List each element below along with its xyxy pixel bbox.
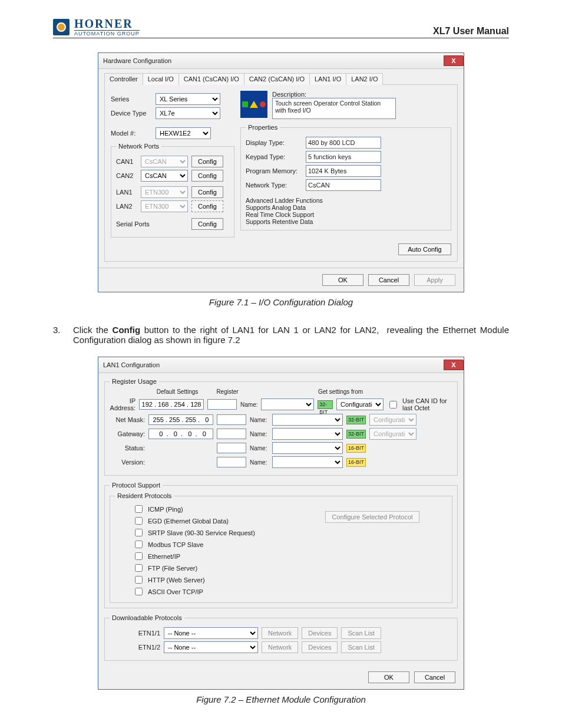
protocol-egd[interactable]: EGD (Ethernet Global Data) <box>133 515 297 526</box>
name-label: Name: <box>250 459 269 466</box>
tab-can2-io[interactable]: CAN2 (CsCAN) I/O <box>244 73 310 85</box>
gateway-source-select: Configuration <box>369 428 416 440</box>
protocol-ascii[interactable]: ASCII Over TCP/IP <box>133 586 297 597</box>
auto-config-button[interactable]: Auto Config <box>398 243 451 255</box>
tab-lan2-io[interactable]: LAN2 I/O <box>346 73 383 85</box>
tag-16bit: 16-BIT <box>346 458 366 467</box>
ip-register-field[interactable] <box>207 399 237 410</box>
netmask-field[interactable] <box>148 414 213 425</box>
network-type-label: Network Type: <box>246 182 302 189</box>
description-value: Touch screen Operator Control Station wi… <box>272 98 396 119</box>
description-label: Description: <box>272 91 396 98</box>
hardware-config-dialog: Hardware Configuration X Controller Loca… <box>98 52 464 292</box>
device-type-label: Device Type <box>111 110 152 117</box>
properties-legend: Properties <box>246 124 280 131</box>
version-label: Version: <box>110 459 145 466</box>
brand-logo: HORNER AUTOMATION GROUP <box>53 18 140 37</box>
version-register-field[interactable] <box>217 457 246 467</box>
brand-subtitle: AUTOMATION GROUP <box>74 30 140 37</box>
serial-ports-label: Serial Ports <box>116 220 188 228</box>
manual-title: XL7 User Manual <box>433 26 509 37</box>
protocol-icmp[interactable]: ICMP (Ping) <box>133 503 297 515</box>
can1-select: CsCAN <box>141 156 188 167</box>
figure-7-2-caption: Figure 7.2 – Ethernet Module Configurati… <box>53 694 509 704</box>
can1-config-button[interactable]: Config <box>191 156 223 167</box>
gateway-field[interactable] <box>148 429 213 439</box>
netmask-name-select[interactable] <box>272 414 343 426</box>
device-icon <box>240 91 267 118</box>
netmask-label: Net Mask: <box>110 416 145 423</box>
etn11-label: ETN1/1 <box>133 630 160 637</box>
lan1-config-dialog: LAN1 Configuration X Register Usage Defa… <box>98 357 464 690</box>
netmask-source-select: Configuration <box>369 414 416 426</box>
status-name-select[interactable] <box>272 442 343 454</box>
tag-32bit: 32-BIT <box>318 400 333 409</box>
display-type-value: 480 by 800 LCD <box>306 137 381 149</box>
etn12-select[interactable]: -- None -- <box>164 641 258 653</box>
features-text: Advanced Ladder Functions Supports Analo… <box>246 197 446 225</box>
status-register-field[interactable] <box>217 443 246 453</box>
tab-local-io[interactable]: Local I/O <box>143 73 179 85</box>
serial-ports-config-button[interactable]: Config <box>191 218 223 230</box>
device-type-select[interactable]: XL7e <box>156 107 220 119</box>
can2-label: CAN2 <box>116 172 137 179</box>
ip-address-field[interactable] <box>139 399 204 410</box>
gateway-name-select[interactable] <box>272 428 343 440</box>
lan2-config-button[interactable]: Config <box>191 200 223 212</box>
resident-protocols-group: Resident Protocols ICMP (Ping) EGD (Ethe… <box>110 492 452 603</box>
use-can-id-checkbox[interactable]: Use CAN ID for last Octet <box>387 397 452 411</box>
protocol-srtp[interactable]: SRTP Slave (90-30 Service Request) <box>133 527 297 538</box>
can2-select[interactable]: CsCAN <box>141 170 188 182</box>
protocol-ftp[interactable]: FTP (File Server) <box>133 562 297 574</box>
etn11-devices-button: Devices <box>302 627 338 639</box>
apply-button: Apply <box>414 274 455 286</box>
figure-7-1-caption: Figure 7.1 – I/O Configuration Dialog <box>53 297 509 307</box>
tab-can1-io[interactable]: CAN1 (CsCAN) I/O <box>178 73 244 85</box>
close-icon[interactable]: X <box>444 55 464 66</box>
can1-label: CAN1 <box>116 158 137 165</box>
series-label: Series <box>111 95 152 103</box>
series-select[interactable]: XL Series <box>156 93 220 105</box>
etn12-scanlist-button: Scan List <box>341 641 381 653</box>
resident-protocols-legend: Resident Protocols <box>115 492 174 499</box>
network-ports-legend: Network Ports <box>116 143 161 150</box>
protocol-ethernetip[interactable]: Ethernet/IP <box>133 551 297 562</box>
brand-logo-icon <box>53 19 70 35</box>
protocol-http[interactable]: HTTP (Web Server) <box>133 574 297 585</box>
lan2-select: ETN300 <box>141 200 188 212</box>
etn11-network-button: Network <box>262 627 298 639</box>
etn11-select[interactable]: -- None -- <box>164 627 258 639</box>
ip-address-label: IP Address: <box>110 397 135 411</box>
cancel-button[interactable]: Cancel <box>368 274 409 286</box>
tab-controller[interactable]: Controller <box>104 73 143 85</box>
program-memory-label: Program Memory: <box>246 167 302 174</box>
lan1-config-button[interactable]: Config <box>191 186 223 198</box>
ip-source-select[interactable]: Configuration <box>336 398 384 410</box>
dialog1-title: Hardware Configuration <box>103 57 171 64</box>
display-type-label: Display Type: <box>246 139 302 146</box>
tab-lan1-io[interactable]: LAN1 I/O <box>309 73 346 85</box>
close-icon[interactable]: X <box>444 360 464 370</box>
protocol-modbus[interactable]: Modbus TCP Slave <box>133 539 297 550</box>
ok-button[interactable]: OK <box>368 671 409 683</box>
name-label: Name: <box>250 431 269 437</box>
register-usage-group: Register Usage Default Settings Register… <box>104 378 458 476</box>
gateway-register-field[interactable] <box>217 429 246 439</box>
can2-config-button[interactable]: Config <box>191 170 223 182</box>
configure-selected-protocol-button: Configure Selected Protocol <box>325 511 419 523</box>
model-select[interactable]: HEXW1E2 <box>156 127 211 139</box>
model-label: Model #: <box>111 130 152 137</box>
tag-32bit: 32-BIT <box>346 416 366 424</box>
cancel-button[interactable]: Cancel <box>414 671 455 683</box>
network-type-value: CsCAN <box>306 179 381 191</box>
network-ports-group: Network Ports CAN1 CsCAN Config CAN2 CsC… <box>111 143 234 238</box>
ok-button[interactable]: OK <box>322 274 363 286</box>
netmask-register-field[interactable] <box>217 414 246 425</box>
keypad-type-value: 5 function keys <box>306 151 381 163</box>
program-memory-value: 1024 K Bytes <box>306 165 381 177</box>
protocol-support-legend: Protocol Support <box>110 482 163 489</box>
version-name-select[interactable] <box>272 456 343 468</box>
register-hdr: Register <box>210 388 245 395</box>
ip-name-select[interactable] <box>261 398 314 410</box>
dialog2-title: LAN1 Configuration <box>103 361 160 368</box>
